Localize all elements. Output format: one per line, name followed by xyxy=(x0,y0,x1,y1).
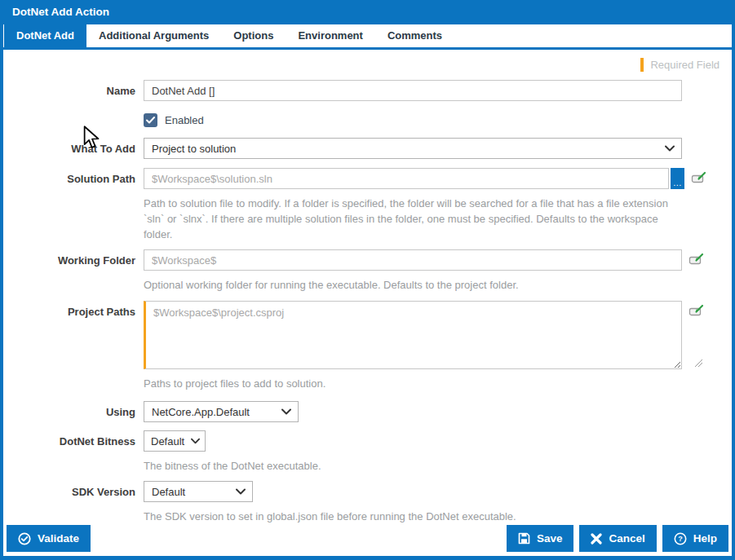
sdk-version-select[interactable]: Default xyxy=(144,481,253,502)
what-to-add-value: Project to solution xyxy=(152,143,236,155)
sdk-version-value: Default xyxy=(152,486,185,498)
enabled-label: Enabled xyxy=(165,111,204,126)
footer: Validate Save Cancel ? xyxy=(7,525,728,552)
working-folder-row: Working Folder Optional working folder f… xyxy=(3,249,732,293)
chevron-down-icon xyxy=(236,488,246,495)
bitness-select[interactable]: Default xyxy=(144,430,206,452)
insert-variable-icon[interactable] xyxy=(689,304,704,318)
project-paths-label: Project Paths xyxy=(3,301,144,318)
enabled-row: Enabled xyxy=(3,111,732,127)
bitness-value: Default xyxy=(151,435,184,448)
name-row: Name xyxy=(3,80,732,101)
cancel-button[interactable]: Cancel xyxy=(579,525,656,552)
chevron-down-icon xyxy=(191,438,200,444)
check-icon xyxy=(146,117,155,124)
tab-additional-arguments[interactable]: Additional Arguments xyxy=(86,24,221,47)
required-field-swatch xyxy=(640,58,644,72)
working-folder-label: Working Folder xyxy=(3,249,144,267)
what-to-add-row: What To Add Project to solution xyxy=(3,138,732,159)
help-question-icon: ? xyxy=(674,532,687,545)
tab-bar: DotNet Add Additional Arguments Options … xyxy=(3,24,732,50)
working-folder-input[interactable] xyxy=(144,249,682,271)
project-paths-help: Paths to project files to add to solutio… xyxy=(144,376,670,391)
solution-path-row: Solution Path ... Path to solution file … xyxy=(3,168,732,242)
dotnet-add-action-dialog: DotNet Add Action DotNet Add Additional … xyxy=(0,0,735,560)
insert-variable-icon[interactable] xyxy=(689,253,704,267)
solution-path-label: Solution Path xyxy=(3,168,144,185)
tab-dotnet-add[interactable]: DotNet Add xyxy=(4,24,86,47)
chevron-down-icon xyxy=(665,145,675,152)
sdk-version-help: The SDK version to set in global.json fi… xyxy=(144,509,670,524)
form-area: Required Field Name Enabled What To Add xyxy=(3,50,732,524)
what-to-add-select[interactable]: Project to solution xyxy=(144,138,682,159)
save-button[interactable]: Save xyxy=(507,525,574,552)
using-label: Using xyxy=(3,401,144,418)
validate-button[interactable]: Validate xyxy=(7,525,91,552)
validate-check-icon xyxy=(18,532,31,545)
solution-path-help: Path to solution file to modify. If a fo… xyxy=(144,196,670,242)
browse-button[interactable]: ... xyxy=(671,168,684,189)
using-row: Using NetCore.App.Default xyxy=(3,401,732,422)
project-paths-textarea[interactable] xyxy=(144,301,682,369)
name-input[interactable] xyxy=(144,80,682,101)
what-to-add-label: What To Add xyxy=(3,138,144,155)
name-label: Name xyxy=(3,80,144,97)
required-field-label: Required Field xyxy=(650,59,720,71)
chevron-down-icon xyxy=(281,408,291,415)
working-folder-help: Optional working folder for running the … xyxy=(144,277,670,293)
sdk-version-row: SDK Version Default The SDK version to s… xyxy=(3,481,732,524)
help-button[interactable]: ? Help xyxy=(662,525,728,552)
tab-environment[interactable]: Environment xyxy=(286,24,374,47)
svg-text:?: ? xyxy=(678,535,683,543)
tab-comments[interactable]: Comments xyxy=(375,24,454,47)
insert-variable-icon[interactable] xyxy=(691,171,706,185)
tab-options[interactable]: Options xyxy=(221,24,286,47)
dialog-title: DotNet Add Action xyxy=(3,0,732,24)
cancel-x-icon xyxy=(591,533,602,545)
using-select[interactable]: NetCore.App.Default xyxy=(144,401,299,422)
save-icon xyxy=(518,532,530,545)
sdk-version-label: SDK Version xyxy=(3,481,144,498)
bitness-label: DotNet Bitness xyxy=(3,430,144,448)
required-field-legend: Required Field xyxy=(640,58,720,72)
footer-right-buttons: Save Cancel ? Help xyxy=(507,525,728,552)
bitness-help: The bitness of the DotNet executable. xyxy=(144,458,670,474)
resize-handle[interactable] xyxy=(695,359,702,367)
solution-path-input[interactable] xyxy=(144,168,669,189)
using-value: NetCore.App.Default xyxy=(152,406,250,418)
enabled-checkbox[interactable] xyxy=(144,113,157,127)
project-paths-row: Project Paths Paths to project files to … xyxy=(3,301,732,391)
bitness-row: DotNet Bitness Default The bitness of th… xyxy=(3,430,732,474)
